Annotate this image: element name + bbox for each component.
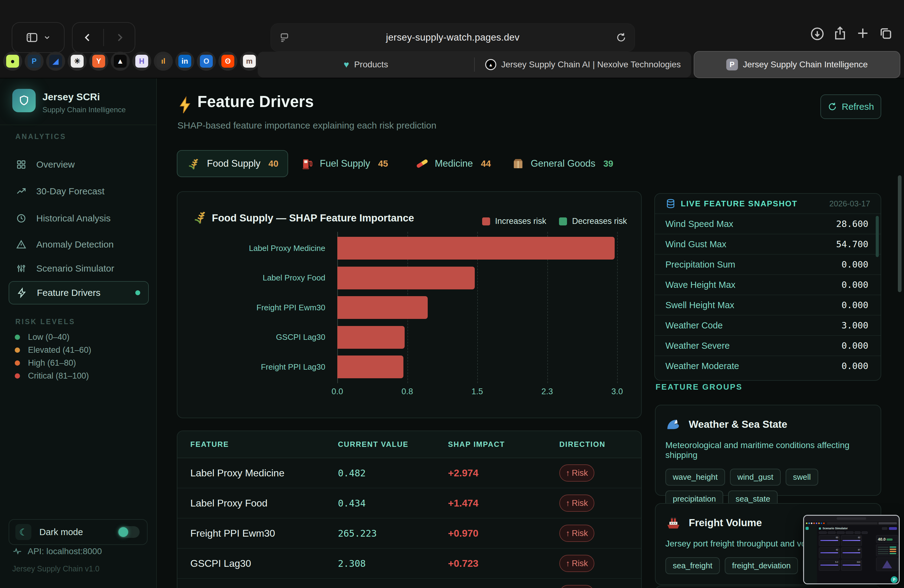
zap-icon <box>16 288 28 298</box>
x-tick-label: 2.3 <box>534 387 561 397</box>
bar-row: Label Proxy Medicine <box>177 237 642 259</box>
pinned-tab-arrow-favicon[interactable]: ◢ <box>46 52 65 71</box>
table-row[interactable]: Label Proxy Medicine0.482+2.974↑Risk <box>177 458 641 488</box>
pinned-tab-triangle-favicon[interactable]: ▲ <box>111 52 130 71</box>
new-tab-button[interactable] <box>855 25 871 41</box>
pinned-tab-h-favicon[interactable]: H <box>132 52 151 71</box>
x-tick-label: 0.8 <box>394 387 421 397</box>
tab-nexolve[interactable]: ▲ Jersey Supply Chain AI | Nexolve Techn… <box>475 52 691 77</box>
shap-bar[interactable] <box>337 356 403 378</box>
sidebar-item-forecast[interactable]: 30-Day Forecast <box>9 180 149 203</box>
table-row[interactable]: Freight PPI Lag30↑Risk <box>177 579 641 588</box>
tag-chip[interactable]: freight_deviation <box>725 557 798 574</box>
shap-bar[interactable] <box>337 326 405 349</box>
table-row[interactable]: Freight PPI Ewm30265.223+0.970↑Risk <box>177 518 641 548</box>
snapshot-row: Precipitation Sum0.000 <box>655 254 880 274</box>
mini-p-badge: P <box>891 576 898 583</box>
pinned-tab-analytics-favicon[interactable]: ıl <box>154 52 173 71</box>
snapshot-feature-value: 0.000 <box>842 300 868 310</box>
url-text[interactable]: jersey-supply-watch.pages.dev <box>290 32 616 43</box>
shap-bar[interactable] <box>337 237 615 259</box>
pinned-tab-openai-favicon[interactable]: ✳ <box>68 52 87 71</box>
table-row[interactable]: GSCPI Lag302.308+0.723↑Risk <box>177 548 641 579</box>
mini-content: Scenario Simulator 63 62 42 87 5.0 310 <box>817 525 899 584</box>
moon-icon: ☾ <box>15 524 32 540</box>
tag-chip[interactable]: sea_freight <box>665 557 720 574</box>
page-format-icon[interactable] <box>279 32 290 43</box>
table-row[interactable]: Label Proxy Food0.434+1.474↑Risk <box>177 488 641 518</box>
refresh-button[interactable]: Refresh <box>820 95 881 119</box>
share-button[interactable] <box>832 25 848 41</box>
risk-direction-badge: ↑Risk <box>559 555 594 572</box>
address-bar[interactable]: jersey-supply-watch.pages.dev <box>270 24 635 52</box>
sidebar-item-scenario[interactable]: Scenario Simulator <box>9 257 149 280</box>
tag-chip[interactable]: wave_height <box>665 469 725 485</box>
nexolve-tab-icon: ▲ <box>485 59 496 70</box>
browser-chrome: jersey-supply-watch.pages.dev ●P◢✳Y▲Hıli… <box>0 0 904 78</box>
openai-favicon: ✳ <box>71 55 84 68</box>
tab-food-supply[interactable]: Food Supply 40 <box>177 150 288 177</box>
snapshot-row: Weather Moderate0.000 <box>655 356 880 376</box>
database-icon <box>665 198 676 209</box>
wheat-icon <box>192 209 208 225</box>
sidebar-item-anomaly[interactable]: Anomaly Detection <box>9 233 149 256</box>
snapshot-scrollbar[interactable] <box>876 216 879 257</box>
bar-row: Label Proxy Food <box>177 267 642 289</box>
feature-name: Freight PPI Ewm30 <box>190 528 338 539</box>
col-direction: DIRECTION <box>559 440 641 449</box>
pinned-tab-paypal-favicon[interactable]: P <box>25 52 44 71</box>
mastodon-favicon: m <box>243 55 256 68</box>
tab-jersey-supply-chain-intelligence[interactable]: P Jersey Supply Chain Intelligence <box>694 51 900 78</box>
screenshot-preview-overlay[interactable]: Scenario Simulator 63 62 42 87 5.0 310 <box>803 515 900 584</box>
downloads-button[interactable] <box>809 26 825 42</box>
app-name: Jersey SCRi <box>43 91 100 103</box>
chart-legend: Increases risk Decreases risk <box>482 217 627 226</box>
reload-icon[interactable] <box>616 32 627 43</box>
analytics-section-label: ANALYTICS <box>15 133 66 141</box>
pinned-tab-reddit-favicon[interactable]: ʘ <box>218 52 237 71</box>
chart-title: Food Supply — SHAP Feature Importance <box>212 212 414 224</box>
dark-mode-toggle[interactable] <box>117 526 140 538</box>
wheat-icon <box>186 156 201 171</box>
back-button[interactable] <box>73 32 103 43</box>
pinned-tab-kagi-favicon[interactable]: ● <box>3 52 22 71</box>
tag-chip[interactable]: wind_gust <box>730 469 781 485</box>
tab-products[interactable]: ♥ Products <box>258 52 474 77</box>
tag-chip[interactable]: swell <box>785 469 818 485</box>
current-value: 0.434 <box>338 498 448 509</box>
tab-medicine[interactable]: Medicine 44 <box>406 150 500 177</box>
dark-mode-label: Dark mode <box>40 527 117 537</box>
tab-general-goods[interactable]: General Goods 39 <box>503 150 623 177</box>
group-title: Weather & Sea State <box>689 419 787 430</box>
toggle-knob <box>119 527 128 537</box>
pinned-tab-ycombinator-favicon[interactable]: Y <box>89 52 108 71</box>
forward-button[interactable] <box>104 32 135 43</box>
green-swatch <box>559 217 567 225</box>
app-window: Jersey SCRi Supply Chain Intelligence AN… <box>0 78 904 588</box>
mini-results-panel: 40.0 <box>876 535 898 571</box>
shap-bar[interactable] <box>337 296 428 319</box>
critical-risk-dot <box>15 373 20 379</box>
sidebar-item-feature-drivers[interactable]: Feature Drivers <box>9 281 149 305</box>
page-scrollbar[interactable] <box>898 175 902 292</box>
pinned-tab-linkedin-favicon[interactable]: in <box>175 52 194 71</box>
sidebar-item-historical[interactable]: Historical Analysis <box>9 207 149 230</box>
nav-button-group <box>72 22 135 53</box>
risk-level-critical: Critical (81–100) <box>15 371 89 381</box>
bar-row: GSCPI Lag30 <box>177 326 642 349</box>
sidebar-item-overview[interactable]: Overview <box>9 153 149 176</box>
mini-browser-bar <box>804 516 899 521</box>
bar-row: Freight PPI Lag30 <box>177 356 642 378</box>
sidebar-toggle-button[interactable] <box>12 22 65 53</box>
snapshot-title: LIVE FEATURE SNAPSHOT <box>681 199 824 209</box>
pinned-tab-mastodon-favicon[interactable]: m <box>240 52 259 71</box>
group-card-partial <box>655 586 881 588</box>
shap-bar[interactable] <box>337 267 475 289</box>
pinned-tab-outlook-favicon[interactable]: O <box>197 52 216 71</box>
tab-fuel-supply[interactable]: Fuel Supply 45 <box>291 150 397 177</box>
snapshot-feature-value: 0.000 <box>842 361 868 371</box>
current-value: 2.308 <box>338 558 448 569</box>
tab-overview-button[interactable] <box>877 25 893 41</box>
bar-category-label: Label Proxy Medicine <box>177 237 333 259</box>
bar-chart-plot: 0.00.81.52.33.0Label Proxy MedicineLabel… <box>177 232 642 404</box>
